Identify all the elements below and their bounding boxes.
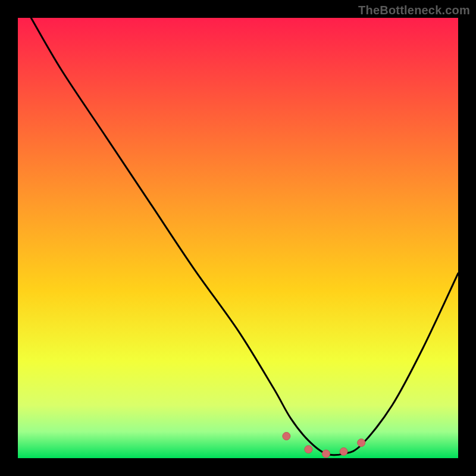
gradient-background xyxy=(18,18,458,458)
trough-marker xyxy=(340,447,347,455)
trough-marker xyxy=(358,439,365,447)
trough-marker xyxy=(283,433,290,440)
watermark-text: TheBottleneck.com xyxy=(358,4,470,17)
trough-marker xyxy=(322,450,330,458)
chart-frame: TheBottleneck.com xyxy=(0,0,476,476)
trough-marker xyxy=(305,446,312,453)
plot-area xyxy=(18,18,458,458)
bottleneck-chart xyxy=(18,18,458,458)
